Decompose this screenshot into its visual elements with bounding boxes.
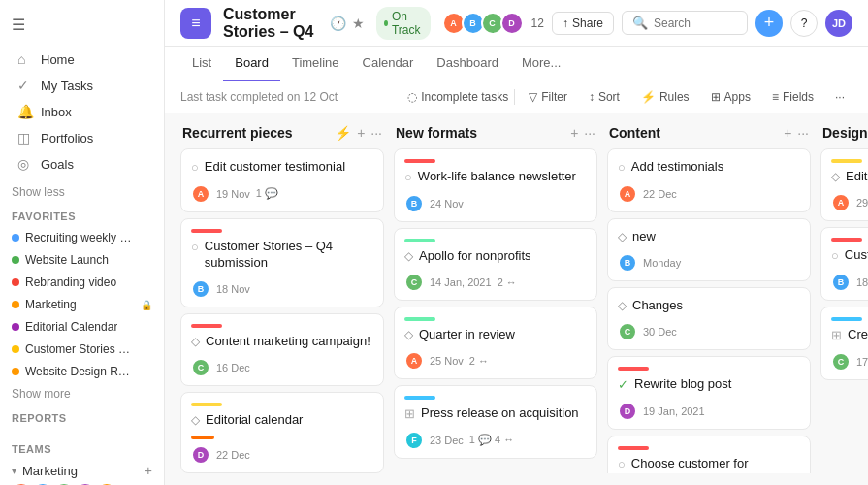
star-icon[interactable]: ★ <box>352 16 365 31</box>
board: Recurrent pieces ⚡ + ··· ○ Edit customer… <box>165 113 868 485</box>
share-button[interactable]: ↑ Share <box>552 12 614 35</box>
sort-icon: ↕ <box>589 90 595 104</box>
card-press-release[interactable]: ⊞ Press release on acquisition F 23 Dec … <box>394 385 597 459</box>
grid-icon: ⊞ <box>831 328 842 344</box>
tab-timeline[interactable]: Timeline <box>280 47 351 81</box>
apps-button[interactable]: ⊞ Apps <box>703 87 758 107</box>
card-work-life[interactable]: ○ Work-life balance newsletter B 24 Nov <box>394 148 597 222</box>
card-tag <box>404 159 435 163</box>
tab-more[interactable]: More... <box>510 47 572 81</box>
tab-dashboard[interactable]: Dashboard <box>425 47 510 81</box>
card-new[interactable]: ◇ new B Monday <box>607 218 811 281</box>
card-apollo[interactable]: ◇ Apollo for nonprofits C 14 Jan, 2021 2… <box>394 228 597 301</box>
card-meta: C 14 Jan, 2021 2 ↔ <box>404 273 587 292</box>
team-add-icon[interactable]: + <box>145 463 152 478</box>
avatar: A <box>404 351 424 371</box>
more-options-button[interactable]: ··· <box>827 87 852 107</box>
avatar: A <box>831 193 851 212</box>
sidebar-header: ☰ <box>0 8 164 42</box>
sidebar-item-inbox[interactable]: 🔔 Inbox <box>6 99 158 124</box>
sort-button[interactable]: ↕ Sort <box>581 87 627 107</box>
card-changes[interactable]: ◇ Changes C 30 Dec <box>607 287 811 350</box>
sidebar-item-home[interactable]: ⌂ Home <box>6 47 158 72</box>
card-tag-orange <box>191 436 214 439</box>
check-icon: ○ <box>618 160 626 177</box>
card-content-marketing[interactable]: ◇ Content marketing campaign! C 16 Dec <box>180 313 384 386</box>
fav-item-website-launch[interactable]: Website Launch <box>0 249 164 271</box>
card-tag <box>404 239 435 242</box>
card-meta: A 25 Nov 2 ↔ <box>404 351 587 371</box>
help-button[interactable]: ? <box>790 10 818 37</box>
diamond-icon: ◇ <box>618 230 627 245</box>
add-card-button[interactable]: + <box>784 125 791 141</box>
card-tag <box>831 159 862 163</box>
card-quarter-review[interactable]: ◇ Quarter in review A 25 Nov 2 ↔ <box>394 307 597 379</box>
sidebar-item-portfolios[interactable]: ◫ Portfolios <box>6 125 158 150</box>
column-title: Recurrent pieces <box>182 125 329 141</box>
avatar: D <box>618 402 637 421</box>
add-button[interactable]: + <box>755 10 783 37</box>
column-header-content: Content + ··· <box>607 125 811 148</box>
card-edit-testimonial[interactable]: ○ Edit customer testimonial A 19 Nov 1 💬 <box>180 148 384 212</box>
topbar-right: A B C D 12 ↑ Share 🔍 + ? JD <box>442 10 852 37</box>
add-card-button[interactable]: + <box>570 125 578 141</box>
user-avatar[interactable]: JD <box>825 10 852 37</box>
search-input[interactable] <box>654 16 741 30</box>
fav-item-recruiting[interactable]: Recruiting weekly mee... <box>0 227 164 248</box>
incomplete-tasks-button[interactable]: ◌ Incomplete tasks <box>407 90 508 104</box>
card-meta: B 24 Nov <box>404 194 587 213</box>
clock-icon[interactable]: 🕐 <box>330 16 346 31</box>
fav-item-marketing[interactable]: Marketing 🔒 <box>0 294 164 315</box>
avatar-group: A B C D <box>442 12 524 35</box>
fav-item-rebranding[interactable]: Rebranding video <box>0 272 164 293</box>
fav-item-editorial[interactable]: Editorial Calendar <box>0 316 164 338</box>
card-customer-spo[interactable]: ○ Customer spo... B 18 Jan, 2021 <box>820 227 868 301</box>
card-rewrite-blog[interactable]: ✓ Rewrite blog post D 19 Jan, 2021 <box>607 356 811 430</box>
card-meta: A 29 Dec <box>831 193 868 212</box>
teams-section: Teams ▾ Marketing + A B C D E <box>0 436 164 485</box>
favorites-list: Recruiting weekly mee... Website Launch … <box>0 226 164 383</box>
sidebar-item-goals[interactable]: ◎ Goals <box>6 151 158 177</box>
tab-calendar[interactable]: Calendar <box>351 47 426 81</box>
card-add-testimonials[interactable]: ○ Add testimonials A 22 Dec <box>607 148 811 212</box>
rules-button[interactable]: ⚡ Rules <box>633 87 697 107</box>
show-more-button[interactable]: Show more <box>0 383 164 404</box>
fields-button[interactable]: ≡ Fields <box>764 87 821 107</box>
tasks-icon: ✓ <box>17 78 33 93</box>
card-meta: B 18 Nov <box>191 279 373 299</box>
card-create-new[interactable]: ⊞ Create new in... C 17 Dec <box>820 307 868 380</box>
show-less-button[interactable]: Show less <box>0 181 164 203</box>
add-card-button[interactable]: + <box>357 125 365 141</box>
tab-board[interactable]: Board <box>223 47 280 81</box>
column-design: Design + ··· ◇ Editorial cale... A 29 De… <box>820 125 868 473</box>
badge: 1 💬 4 ↔ <box>469 434 514 446</box>
fav-item-customer-stories[interactable]: Customer Stories – Q4 <box>0 339 164 360</box>
avatar: C <box>831 352 851 372</box>
team-marketing[interactable]: ▾ Marketing + <box>0 459 164 482</box>
card-customer-stories[interactable]: ○ Customer Stories – Q4 submission B 18 … <box>180 218 384 307</box>
column-header-new-formats: New formats + ··· <box>394 125 597 148</box>
avatar: B <box>618 253 637 273</box>
tab-list[interactable]: List <box>180 47 223 81</box>
topbar: ≡ Customer Stories – Q4 🕐 ★ On Track A B… <box>165 0 868 47</box>
column-content: Content + ··· ○ Add testimonials A 22 De… <box>607 125 811 473</box>
cards-new-formats: ○ Work-life balance newsletter B 24 Nov … <box>394 148 597 473</box>
fav-dot <box>12 234 19 242</box>
menu-icon[interactable]: ☰ <box>12 16 25 34</box>
card-editorial-cale[interactable]: ◇ Editorial cale... A 29 Dec <box>820 148 868 221</box>
badge: 2 ↔ <box>498 276 517 288</box>
fav-item-website-design[interactable]: Website Design Reque... <box>0 361 164 382</box>
column-menu-button[interactable]: ··· <box>584 125 595 141</box>
filter-button[interactable]: ▽ Filter <box>521 87 575 107</box>
project-title: Customer Stories – Q4 <box>223 6 318 41</box>
toolbar-right: ◌ Incomplete tasks ▽ Filter ↕ Sort ⚡ Rul… <box>407 87 852 107</box>
card-choose-customer[interactable]: ○ Choose customer for February spotlight… <box>607 436 811 473</box>
card-editorial-calendar[interactable]: ◇ Editorial calendar D 22 Dec <box>180 392 384 473</box>
sidebar-item-mytasks[interactable]: ✓ My Tasks <box>6 73 158 98</box>
fav-dot <box>12 256 19 264</box>
column-menu-button[interactable]: ··· <box>370 125 382 141</box>
card-meta: A 22 Dec <box>618 184 800 204</box>
status-badge[interactable]: On Track <box>376 7 431 40</box>
column-menu-button[interactable]: ··· <box>797 125 809 141</box>
divider <box>514 89 515 105</box>
